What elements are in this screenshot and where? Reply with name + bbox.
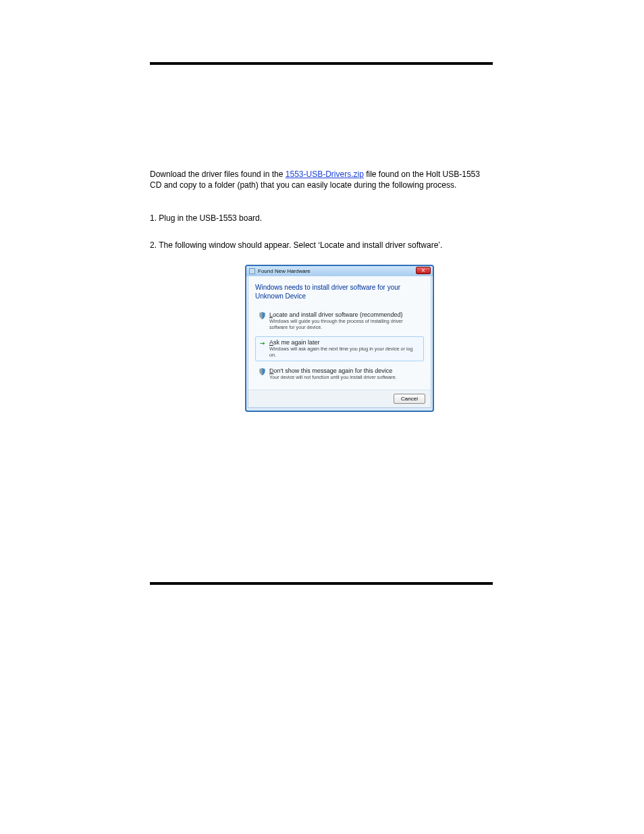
option-desc: Windows will guide you through the proce… [269,319,421,330]
arrow-right-icon [259,340,266,347]
option-desc: Your device will not function until you … [269,375,421,381]
option-title: Don't show this message again for this d… [269,367,421,374]
step-2-text: 2. The following window should appear. S… [150,240,493,251]
option-title: Ask me again later [269,339,421,346]
top-rule [150,62,493,65]
step-1-text: 1. Plug in the USB-1553 board. [150,213,493,224]
intro-paragraph: Download the driver files found in the 1… [150,169,493,190]
shield-icon [259,368,266,375]
option-ask-later[interactable]: Ask me again later Windows will ask agai… [255,336,424,361]
option-dont-show[interactable]: Don't show this message again for this d… [255,365,424,384]
dialog-title: Found New Hardware [258,268,311,274]
found-new-hardware-dialog: Found New Hardware X Windows needs to in… [245,265,434,412]
option-desc: Windows will ask again the next time you… [269,346,421,358]
dialog-instruction: Windows needs to install driver software… [255,283,424,301]
close-icon: X [421,267,425,273]
cancel-button[interactable]: Cancel [394,394,425,404]
close-button[interactable]: X [416,267,431,274]
dialog-app-icon [249,268,255,274]
shield-icon [259,312,266,319]
dialog-button-row: Cancel [248,390,431,407]
option-locate-install[interactable]: Locate and install driver software (reco… [255,309,424,333]
dialog-titlebar[interactable]: Found New Hardware X [246,266,433,276]
bottom-rule [150,582,493,585]
intro-text-prefix: Download the driver files found in the [150,170,286,179]
option-title: Locate and install driver software (reco… [269,311,421,318]
driver-zip-link[interactable]: 1553-USB-Drivers.zip [286,170,364,179]
